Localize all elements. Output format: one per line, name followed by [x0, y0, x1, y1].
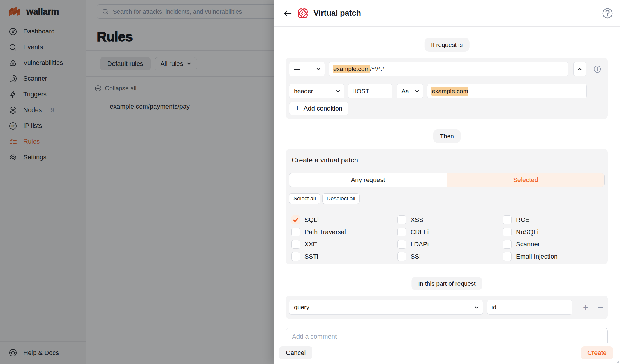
method-select[interactable]: — — [289, 62, 325, 76]
checkbox[interactable] — [291, 252, 300, 261]
uri-host-highlight: example.com — [333, 65, 370, 73]
chevron-up-icon — [578, 68, 582, 70]
modal-dim-overlay[interactable] — [0, 0, 274, 364]
attack-option-sqli[interactable]: SQLi — [291, 215, 397, 224]
checkbox[interactable] — [503, 228, 512, 236]
panel-header: Virtual patch — [274, 0, 620, 27]
section-title: Create a virtual patch — [292, 156, 358, 164]
pill-in-this-part-of-request: In this part of request — [411, 277, 482, 290]
check-icon — [293, 218, 299, 222]
chevron-down-icon — [336, 90, 340, 93]
pill-then: Then — [433, 129, 461, 143]
virtual-patch-panel: Virtual patch If request is — example.co… — [274, 0, 620, 364]
checkbox[interactable] — [503, 240, 512, 249]
chevron-down-icon — [475, 306, 479, 309]
checkbox[interactable] — [397, 228, 406, 236]
request-part-name-input[interactable]: id — [487, 300, 572, 315]
condition-value-highlight: example.com — [431, 87, 468, 96]
help-icon[interactable] — [601, 7, 614, 20]
attack-option-ssi[interactable]: SSI — [397, 252, 503, 261]
attack-option-ldapi[interactable]: LDAPi — [397, 240, 503, 249]
deselect-all-button[interactable]: Deselect all — [322, 193, 360, 204]
uri-path: /**/*.* — [370, 66, 385, 72]
create-button[interactable]: Create — [581, 346, 613, 359]
condition-card: — example.com/**/*.* header HOST Aa exam… — [286, 58, 608, 119]
condition-type-select[interactable]: header — [289, 84, 344, 98]
attack-option-email-injection[interactable]: Email Injection — [503, 252, 603, 261]
checkbox[interactable] — [397, 215, 406, 224]
plus-icon: + — [295, 104, 300, 112]
attack-option-crlfi[interactable]: CRLFi — [397, 228, 503, 236]
panel-content: If request is — example.com/**/*.* heade… — [274, 27, 620, 343]
condition-name-input[interactable]: HOST — [348, 84, 392, 98]
info-icon[interactable] — [593, 65, 601, 73]
checkbox[interactable] — [397, 252, 406, 261]
panel-footer: Cancel Create — [274, 343, 620, 364]
checkbox[interactable] — [291, 240, 300, 249]
method-select-value: — — [294, 66, 300, 73]
attack-option-rce[interactable]: RCE — [503, 215, 603, 224]
request-part-card: query id + − — [286, 296, 608, 319]
case-sensitivity-select[interactable]: Aa — [397, 84, 423, 98]
add-condition-label: Add condition — [304, 105, 342, 112]
tab-selected[interactable]: Selected — [447, 173, 604, 187]
remove-condition-button[interactable]: − — [592, 84, 605, 98]
request-part-type-value: query — [294, 304, 309, 311]
remove-request-part-button[interactable]: − — [594, 300, 607, 315]
chevron-down-icon — [316, 68, 320, 70]
select-all-button[interactable]: Select all — [289, 193, 320, 204]
collapse-uri-button[interactable] — [573, 62, 586, 76]
attack-option-scanner[interactable]: Scanner — [503, 240, 603, 249]
checkbox[interactable] — [503, 252, 512, 261]
panel-title: Virtual patch — [313, 9, 361, 18]
checkbox[interactable] — [291, 215, 300, 224]
pill-if-request-is: If request is — [425, 38, 470, 52]
attack-option-ssti[interactable]: SSTi — [291, 252, 397, 261]
attack-option-nosqli[interactable]: NoSQLi — [503, 228, 603, 236]
checkbox[interactable] — [291, 228, 300, 236]
checkbox[interactable] — [397, 240, 406, 249]
resize-grip-icon[interactable] — [615, 359, 619, 363]
cancel-button[interactable]: Cancel — [279, 346, 312, 359]
virtual-patch-icon — [296, 7, 309, 20]
comment-input[interactable] — [286, 328, 608, 343]
condition-value-input[interactable]: example.com — [427, 84, 587, 98]
virtual-patch-card: Create a virtual patch Any request Selec… — [286, 149, 608, 264]
chevron-down-icon — [415, 90, 419, 93]
case-sensitivity-value: Aa — [401, 88, 409, 95]
request-scope-toggle: Any request Selected — [289, 173, 605, 187]
condition-type-value: header — [294, 88, 313, 95]
request-part-type-select[interactable]: query — [289, 300, 483, 315]
divider — [289, 209, 605, 209]
tab-any-request[interactable]: Any request — [289, 173, 447, 187]
checkbox[interactable] — [503, 215, 512, 224]
arrow-left-icon — [283, 10, 292, 17]
add-request-part-button[interactable]: + — [579, 300, 592, 315]
back-button[interactable] — [283, 8, 293, 18]
uri-input[interactable]: example.com/**/*.* — [329, 62, 568, 76]
add-condition-button[interactable]: + Add condition — [289, 102, 348, 115]
attack-option-path-traversal[interactable]: Path Traversal — [291, 228, 397, 236]
attack-types-grid: SQLi XSS RCE Path Traversal CRLFi NoSQLi… — [291, 214, 603, 263]
attack-option-xxe[interactable]: XXE — [291, 240, 397, 249]
attack-option-xss[interactable]: XSS — [397, 215, 503, 224]
